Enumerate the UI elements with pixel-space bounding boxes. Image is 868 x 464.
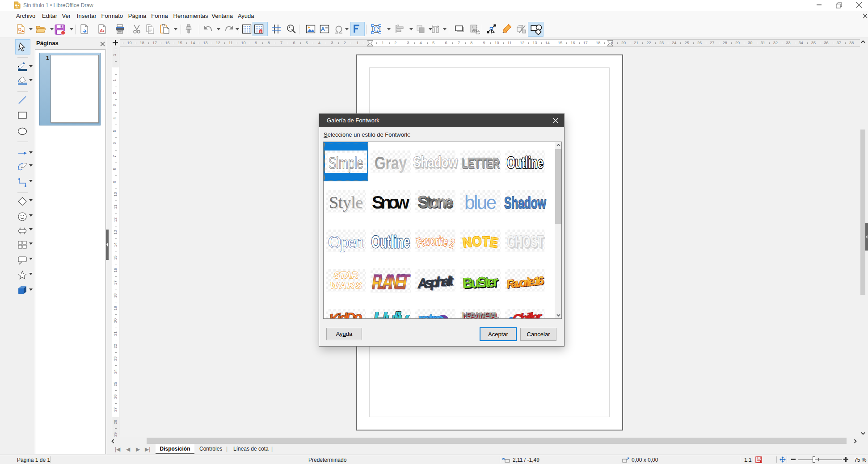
svg-text:Shadow: Shadow <box>413 153 458 171</box>
svg-text:GHOST: GHOST <box>507 233 544 251</box>
svg-text:Open: Open <box>328 232 364 252</box>
svg-text:Simple: Simple <box>329 154 363 172</box>
svg-text:Gray: Gray <box>375 153 407 173</box>
svg-text:STAR: STAR <box>334 270 358 280</box>
svg-text:Stone: Stone <box>417 193 453 211</box>
svg-text:Outline: Outline <box>371 233 410 251</box>
svg-text:PLANET: PLANET <box>372 270 411 293</box>
svg-text:Snow: Snow <box>372 192 410 212</box>
svg-text:NOTE: NOTE <box>462 234 499 251</box>
svg-text:Favorite 16: Favorite 16 <box>506 274 545 291</box>
svg-text:KidDo: KidDo <box>329 309 362 318</box>
svg-text:HEAVYMETAL: HEAVYMETAL <box>462 311 499 319</box>
svg-text:Shadow: Shadow <box>504 194 546 212</box>
svg-text:Outline: Outline <box>507 154 544 171</box>
svg-text:blue: blue <box>464 192 497 213</box>
svg-text:retro: retro <box>418 310 445 319</box>
svg-text:Style: Style <box>329 193 363 212</box>
svg-text:Chiller: Chiller <box>512 309 544 318</box>
svg-text:LETTER: LETTER <box>461 155 499 171</box>
svg-text:Favorite 2: Favorite 2 <box>415 234 456 251</box>
svg-text:Hully: Hully <box>373 308 410 319</box>
svg-text:BuSter: BuSter <box>462 273 499 291</box>
svg-text:WARS: WARS <box>330 280 362 290</box>
